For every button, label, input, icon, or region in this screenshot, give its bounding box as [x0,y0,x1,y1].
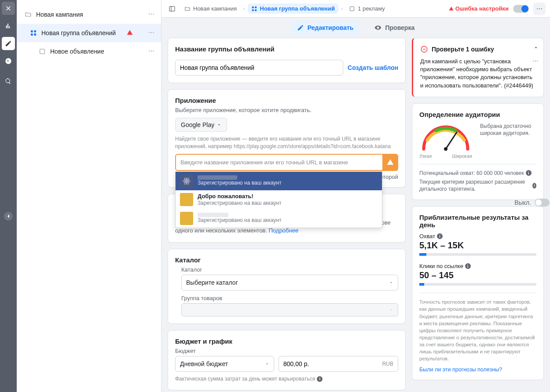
tree-ad-more[interactable] [146,46,157,58]
product-set-label: Группа товаров [181,295,398,301]
audience-criteria: Текущие критерии разрешают расширение де… [419,178,531,192]
svg-rect-19 [255,9,257,11]
budget-title: Бюджет и график [175,338,398,345]
chevron-left-icon [5,213,12,220]
tree-adset[interactable]: Новая группа объявлений [17,24,161,42]
tree-ad-label: Новое объявление [50,48,104,55]
tree-campaign-label: Новая кампания [36,11,83,18]
app-store-label: Google Play [181,121,214,128]
app-search-input[interactable] [175,154,398,171]
crumb-ad[interactable]: 1 рекламу [345,4,389,14]
svg-point-12 [151,50,152,51]
app-option-1-sub: Зарегистрировано на ваш аккаунт [198,180,282,186]
more-icon [148,11,155,18]
svg-point-1 [151,13,152,14]
dynamic-more-link[interactable]: Подробнее [269,227,298,234]
topbar-error[interactable]: Ошибка настройки [449,5,509,12]
close-button[interactable] [2,2,15,15]
audience-note: Выбрана достаточно широкая аудитория. [480,123,536,137]
left-rail [0,0,17,392]
panel-toggle-button[interactable] [166,3,178,15]
adset-name-input[interactable] [175,60,343,76]
budget-type-label: Дневной бюджет [180,360,228,367]
warning-icon [127,29,133,36]
tab-review[interactable]: Проверка [368,21,421,35]
clock-icon [5,58,12,65]
pencil-icon [297,24,304,31]
svg-rect-3 [31,30,33,33]
more-icon [148,47,155,54]
caret-down-icon [389,308,393,312]
budget-label: Бюджет [175,348,398,354]
collapse-rail-button[interactable] [4,212,13,221]
more-icon [536,5,543,12]
folder-icon [184,6,191,12]
svg-point-13 [153,50,154,51]
atom-icon [182,176,191,186]
svg-rect-17 [255,6,257,8]
app-dropdown: Зарегистрировано на ваш аккаунт Добро по… [175,171,382,228]
ad-icon [349,6,355,12]
error-collapse[interactable] [533,44,539,52]
catalog-select[interactable]: Выберите каталог [181,275,398,290]
info-icon[interactable]: i [532,183,536,189]
audience-gauge [419,123,472,152]
warning-icon [387,159,394,166]
svg-rect-6 [34,33,36,36]
svg-rect-4 [34,30,36,33]
product-set-select [181,303,398,316]
chart-icon [5,22,12,29]
edit-tabs: Редактировать Проверка [161,18,550,38]
tab-edit[interactable]: Редактировать [291,21,360,35]
app-option-2[interactable]: Добро пожаловать! Зарегистрировано на ва… [176,190,382,209]
svg-point-22 [539,8,540,9]
create-template-link[interactable]: Создать шаблон [348,64,398,71]
info-icon[interactable]: i [526,170,532,176]
clock-nav[interactable] [2,54,15,68]
topbar: Новая кампания › Новая группа объявлений… [161,0,550,18]
svg-point-32 [537,61,538,62]
topbar-toggle[interactable] [513,5,529,13]
svg-rect-20 [350,7,354,11]
tab-edit-label: Редактировать [308,24,354,31]
edit-nav[interactable] [2,37,15,50]
budget-amount-field[interactable]: RUB [279,356,398,372]
app-thumb [180,193,193,206]
crumb-sep: › [341,5,343,12]
tree-campaign-more[interactable] [146,9,157,21]
caret-down-icon [389,280,393,285]
adset-name-title: Название группы объявлений [175,45,398,53]
svg-point-0 [149,13,150,14]
budget-amount-input[interactable] [279,356,378,371]
gauge-wide: Широкая [452,153,472,159]
budget-currency: RUB [378,361,398,367]
results-feedback[interactable]: Были ли эти прогнозы полезны? [419,367,536,373]
error-more[interactable] [532,58,539,66]
app-option-3[interactable]: Зарегистрировано на ваш аккаунт [176,209,382,228]
crumb-campaign-label: Новая кампания [193,5,237,12]
crumb-adset[interactable]: Новая группа объявлений [248,4,338,14]
info-icon[interactable]: i [437,233,443,239]
svg-point-11 [149,50,150,51]
chart-nav[interactable] [2,19,15,33]
more-icon [148,29,155,36]
search-nav[interactable] [2,75,15,88]
info-icon[interactable]: i [317,376,323,382]
pencil-icon [5,40,12,47]
clicks-bar [419,283,536,286]
tree-adset-more[interactable] [146,27,157,39]
app-option-1[interactable]: Зарегистрировано на ваш аккаунт [176,172,382,190]
budget-note: Фактическая сумма затрат за день может в… [175,375,315,383]
tree-adset-warning [127,29,133,37]
tree-campaign[interactable]: Новая кампания [17,5,161,24]
info-icon[interactable]: i [465,263,471,269]
budget-card: Бюджет и график Бюджет Дневной бюджет RU… [168,330,406,390]
topbar-more-button[interactable] [533,3,546,15]
crumb-sep: › [243,5,245,12]
crumb-campaign[interactable]: Новая кампания [181,4,240,14]
adset-icon [30,29,37,36]
app-store-select[interactable]: Google Play [175,118,227,132]
budget-type-select[interactable]: Дневной бюджет [175,356,274,372]
crumb-ad-label: 1 рекламу [358,5,385,12]
tree-ad[interactable]: Новое объявление [17,42,161,61]
